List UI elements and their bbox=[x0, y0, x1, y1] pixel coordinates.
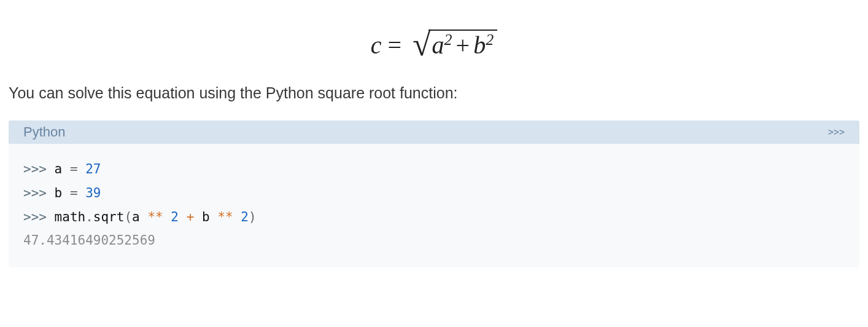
repl-prompt: >>> bbox=[23, 162, 47, 176]
code-output: 47.43416490252569 bbox=[23, 233, 155, 248]
code-number: 27 bbox=[85, 162, 101, 176]
code-identifier: a bbox=[132, 210, 140, 224]
code-paren-close: ) bbox=[249, 210, 257, 224]
code-language-label: Python bbox=[23, 124, 66, 140]
equation-b-exp: 2 bbox=[486, 31, 494, 49]
code-identifier: a bbox=[55, 162, 63, 176]
intro-text: You can solve this equation using the Py… bbox=[9, 84, 859, 102]
equation-a: a bbox=[432, 31, 444, 59]
equation-radicand: a2+b2 bbox=[428, 30, 498, 59]
code-output-line: 47.43416490252569 bbox=[23, 229, 845, 253]
equation-plus: + bbox=[456, 31, 470, 59]
code-line: >>> b = 39 bbox=[23, 181, 845, 205]
code-identifier: b bbox=[55, 186, 63, 200]
code-operator: = bbox=[70, 186, 78, 200]
equation-equals: = bbox=[388, 31, 402, 59]
repl-prompt: >>> bbox=[23, 186, 47, 200]
code-line: >>> a = 27 bbox=[23, 157, 845, 181]
code-paren-open: ( bbox=[124, 210, 132, 224]
equation-a-exp: 2 bbox=[444, 31, 452, 49]
code-number: 2 bbox=[241, 210, 249, 224]
code-line: >>> math.sqrt(a ** 2 + b ** 2) bbox=[23, 205, 845, 229]
repl-toggle-icon[interactable]: >>> bbox=[828, 127, 845, 138]
code-identifier: math bbox=[55, 210, 86, 224]
pythagorean-equation: c=√a2+b2 bbox=[9, 25, 859, 61]
repl-prompt: >>> bbox=[23, 210, 47, 224]
radical-symbol: √ bbox=[413, 26, 430, 63]
code-operator: ** bbox=[217, 210, 233, 224]
code-operator: + bbox=[187, 210, 195, 224]
code-number: 39 bbox=[85, 186, 101, 200]
equation-lhs: c bbox=[371, 31, 382, 59]
code-number: 2 bbox=[171, 210, 179, 224]
code-identifier: sqrt bbox=[93, 210, 125, 224]
code-block: Python >>> >>> a = 27 >>> b = 39 >>> mat… bbox=[9, 120, 859, 267]
code-block-header: Python >>> bbox=[9, 120, 859, 144]
code-identifier: b bbox=[202, 210, 210, 224]
code-block-body: >>> a = 27 >>> b = 39 >>> math.sqrt(a **… bbox=[9, 144, 859, 267]
code-operator: = bbox=[70, 162, 78, 176]
equation-b: b bbox=[473, 31, 486, 59]
code-dot: . bbox=[85, 210, 93, 224]
code-operator: ** bbox=[147, 210, 163, 224]
